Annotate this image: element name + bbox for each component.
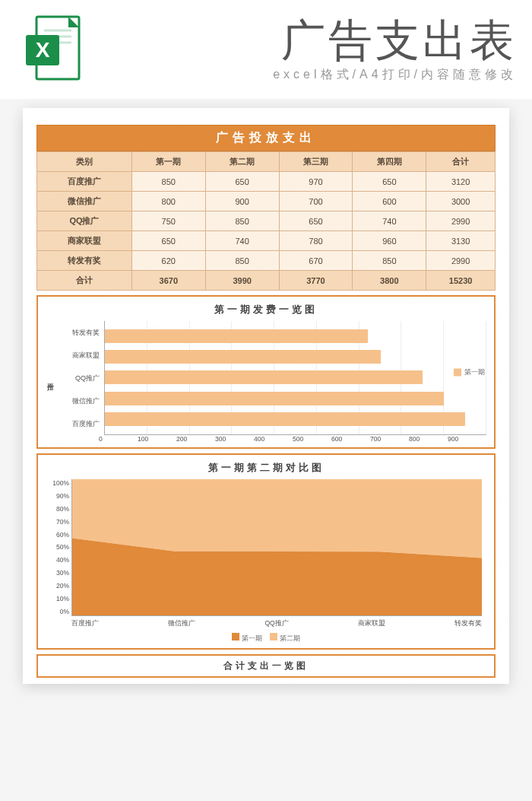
ytick: 20% xyxy=(46,582,69,590)
bar-category: 商家联盟 xyxy=(59,351,100,361)
cell: 620 xyxy=(131,251,205,271)
template-title: 广告支出表 xyxy=(96,16,517,65)
cell: 3000 xyxy=(426,192,496,211)
bar xyxy=(105,370,423,384)
row-label: 微信推广 xyxy=(37,192,132,211)
legend-swatch-icon xyxy=(270,633,277,640)
xtick: 600 xyxy=(331,435,370,443)
bar-category-labels: 转发有奖商家联盟QQ推广微信推广百度推广 xyxy=(59,321,104,435)
table-total-row: 合计367039903770380015230 xyxy=(37,271,496,291)
cell: 3990 xyxy=(205,271,279,291)
cell: 900 xyxy=(205,192,279,211)
row-label: 转发有奖 xyxy=(37,251,132,271)
area-chart-title: 第一期第二期对比图 xyxy=(46,461,486,475)
area-yaxis-ticks: 0%10%20%30%40%50%60%70%80%90%100% xyxy=(46,479,69,615)
area-legend: 第一期 第二期 xyxy=(46,633,486,644)
ytick: 40% xyxy=(46,556,69,564)
table-row: 商家联盟6507407809603130 xyxy=(37,231,496,251)
xtick: 200 xyxy=(176,435,215,443)
bar-chart-box: 第一期发费一览图 推广平台 转发有奖商家联盟QQ推广微信推广百度推广 01002… xyxy=(36,295,496,449)
xtick: 500 xyxy=(293,435,331,443)
xtick: 300 xyxy=(215,435,254,443)
cell: 3670 xyxy=(131,271,205,291)
cell: 670 xyxy=(279,251,353,271)
col-header: 第四期 xyxy=(353,152,426,172)
cell: 970 xyxy=(279,172,353,192)
xtick: QQ推广 xyxy=(264,619,288,628)
ytick: 90% xyxy=(46,492,69,500)
xtick: 转发有奖 xyxy=(454,619,482,628)
bar-xaxis-ticks: 0100200300400500600700800900 xyxy=(99,435,486,443)
sheet-title: 广告投放支出 xyxy=(36,125,496,151)
template-header: X 广告支出表 excel格式/A4打印/内容随意修改 xyxy=(0,0,532,99)
bar xyxy=(105,350,381,364)
cell: 780 xyxy=(279,231,353,251)
table-row: 微信推广8009007006003000 xyxy=(37,192,496,211)
cell: 740 xyxy=(353,211,426,231)
area-chart-box: 第一期第二期对比图 0%10%20%30%40%50%60%70%80%90%1… xyxy=(36,453,496,650)
col-header: 第三期 xyxy=(279,152,353,172)
template-subtitle: excel格式/A4打印/内容随意修改 xyxy=(96,67,517,83)
cell: 800 xyxy=(131,192,205,211)
bar-category: 转发有奖 xyxy=(59,328,100,338)
cell: 850 xyxy=(205,251,279,271)
area-plot-area: 0%10%20%30%40%50%60%70%80%90%100% xyxy=(71,479,482,616)
col-header: 第一期 xyxy=(131,152,205,172)
bar xyxy=(105,392,444,405)
row-label: 商家联盟 xyxy=(37,231,132,251)
ytick: 10% xyxy=(46,595,69,602)
cell: 700 xyxy=(279,192,353,211)
cell: 960 xyxy=(353,231,426,251)
ytick: 100% xyxy=(46,479,69,487)
area-legend-2: 第二期 xyxy=(280,634,300,642)
table-header-row: 类别 第一期 第二期 第三期 第四期 合计 xyxy=(37,152,496,172)
bar-legend: 第一期 xyxy=(454,367,485,377)
cell: 3120 xyxy=(426,172,496,192)
bar-category: QQ推广 xyxy=(59,373,100,383)
excel-file-icon: X xyxy=(23,14,82,85)
legend-swatch-icon xyxy=(232,633,239,640)
table-row: QQ推广7508506507402990 xyxy=(37,211,496,231)
xtick: 800 xyxy=(409,435,448,443)
table-row: 百度推广8506509706503120 xyxy=(37,172,496,192)
bar-plot-area xyxy=(104,321,486,435)
ytick: 50% xyxy=(46,543,69,551)
ytick: 70% xyxy=(46,518,69,526)
cell: 650 xyxy=(131,231,205,251)
cell: 650 xyxy=(279,211,353,231)
ytick: 80% xyxy=(46,505,69,513)
row-label: 百度推广 xyxy=(37,172,132,192)
ytick: 60% xyxy=(46,531,69,539)
xtick: 商家联盟 xyxy=(358,619,385,628)
table-row: 转发有奖6208506708502990 xyxy=(37,251,496,271)
row-label: QQ推广 xyxy=(37,211,132,231)
document-page: 广告投放支出 类别 第一期 第二期 第三期 第四期 合计 百度推广8506509… xyxy=(23,108,509,684)
bar-category: 微信推广 xyxy=(59,396,100,406)
ytick: 0% xyxy=(46,608,69,615)
col-header: 第二期 xyxy=(205,152,279,172)
bar-yaxis-label: 推广平台 xyxy=(46,321,59,435)
cell: 3130 xyxy=(426,231,496,251)
cell: 650 xyxy=(205,172,279,192)
ytick: 30% xyxy=(46,569,69,577)
bar xyxy=(105,412,465,426)
cell: 850 xyxy=(131,172,205,192)
bar-category: 百度推广 xyxy=(59,419,100,429)
area-legend-1: 第一期 xyxy=(242,634,262,642)
xtick: 100 xyxy=(138,435,176,443)
xtick: 百度推广 xyxy=(71,619,99,628)
cell: 740 xyxy=(205,231,279,251)
col-header: 类别 xyxy=(37,152,132,172)
bar xyxy=(105,329,368,343)
bottom-chart-title: 合计支出一览图 xyxy=(36,654,496,678)
row-label: 合计 xyxy=(37,271,132,291)
area-xaxis-ticks: 百度推广微信推广QQ推广商家联盟转发有奖 xyxy=(71,619,482,628)
expense-table: 类别 第一期 第二期 第三期 第四期 合计 百度推广85065097065031… xyxy=(36,151,496,291)
cell: 2990 xyxy=(426,211,496,231)
svg-text:X: X xyxy=(36,38,50,62)
xtick: 400 xyxy=(254,435,293,443)
area-svg xyxy=(72,479,482,615)
cell: 850 xyxy=(353,251,426,271)
cell: 850 xyxy=(205,211,279,231)
cell: 600 xyxy=(353,192,426,211)
